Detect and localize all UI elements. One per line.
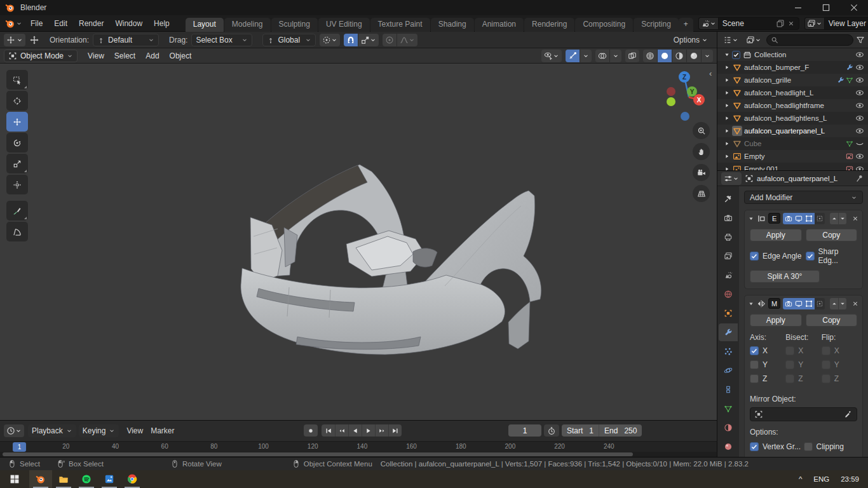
properties-tab-object[interactable] <box>719 304 738 322</box>
properties-tab-world[interactable] <box>719 285 738 303</box>
display-realtime-toggle[interactable] <box>794 298 804 309</box>
checkbox[interactable] <box>822 374 831 383</box>
taskbar-chrome-button[interactable] <box>121 470 144 488</box>
tool-rotate[interactable] <box>6 133 28 152</box>
properties-tab-output[interactable] <box>719 228 738 246</box>
tab-compositing[interactable]: Compositing <box>575 18 633 32</box>
checkbox[interactable] <box>750 442 759 451</box>
display-render-toggle[interactable] <box>783 298 793 309</box>
expand-icon[interactable] <box>748 215 754 222</box>
shading-dropdown[interactable] <box>701 50 713 62</box>
shading-solid-button[interactable] <box>657 50 672 62</box>
visibility-dropdown[interactable] <box>541 50 562 62</box>
close-button[interactable] <box>840 0 868 15</box>
axis-toggle-flip-z[interactable]: Z <box>822 374 857 383</box>
checkbox[interactable] <box>732 51 740 59</box>
axis-toggle-axis-z[interactable]: Z <box>750 374 785 383</box>
timeline-scrollbar[interactable] <box>0 452 717 457</box>
auto-keying-button[interactable] <box>304 424 318 437</box>
start-button[interactable] <box>0 470 29 488</box>
properties-tab-particles[interactable] <box>719 342 738 360</box>
display-realtime-toggle[interactable] <box>794 213 804 224</box>
snap-toggle[interactable] <box>344 34 358 46</box>
menu-render[interactable]: Render <box>73 17 109 30</box>
filter-funnel-icon[interactable] <box>856 36 865 44</box>
modifier-name-field[interactable]: E <box>768 213 780 224</box>
axis-toggle-bisect-x[interactable]: X <box>785 346 821 355</box>
copy-button[interactable]: Copy <box>806 314 858 327</box>
checkbox[interactable] <box>750 360 759 369</box>
checkbox[interactable] <box>750 346 759 355</box>
viewport-menu-select[interactable]: Select <box>109 50 140 62</box>
taskbar-blender-button[interactable] <box>29 470 52 488</box>
visibility-icon[interactable] <box>855 165 864 170</box>
tab-layout[interactable]: Layout <box>186 18 224 32</box>
tab-uv-editing[interactable]: UV Editing <box>318 18 370 32</box>
view-layer-browse-button[interactable] <box>804 17 824 30</box>
play-button[interactable] <box>362 424 375 437</box>
visibility-icon[interactable] <box>855 63 864 72</box>
mirror-object-field[interactable] <box>750 407 857 421</box>
tool-transform[interactable] <box>6 175 28 194</box>
nav-camera-button[interactable] <box>693 164 710 181</box>
language-indicator[interactable]: ENG <box>813 475 829 483</box>
properties-tab-modifiers[interactable] <box>719 323 738 341</box>
display-cage-toggle[interactable] <box>815 298 825 309</box>
orientation-dropdown[interactable]: Default <box>93 34 159 46</box>
clock[interactable]: 23:59 <box>841 475 859 483</box>
checkbox[interactable] <box>822 346 831 355</box>
scrollbar-thumb[interactable] <box>3 452 633 456</box>
tool-measure[interactable] <box>6 222 28 241</box>
move-down-button[interactable] <box>838 298 846 309</box>
checkbox[interactable] <box>750 252 759 261</box>
tool-select-box[interactable] <box>6 70 28 90</box>
transform-orientation-dropdown[interactable]: Global <box>262 34 316 46</box>
taskbar-photos-button[interactable] <box>98 470 121 488</box>
timeline-playback-dropdown[interactable]: Playback <box>28 424 76 437</box>
current-frame-indicator[interactable]: 1 <box>13 442 26 452</box>
axis-toggle-flip-y[interactable]: Y <box>822 360 857 369</box>
properties-tab-object-data[interactable] <box>719 400 738 417</box>
display-editmode-toggle[interactable] <box>804 213 814 224</box>
new-scene-icon[interactable] <box>776 19 785 28</box>
move-up-button[interactable] <box>830 298 838 309</box>
nav-pan-button[interactable] <box>693 143 710 160</box>
option-sharp-edg-[interactable]: Sharp Edg... <box>806 247 858 265</box>
outliner-row-aufalcon-headlightlens-l[interactable]: aufalcon_headlightlens_L <box>717 112 868 125</box>
pin-icon[interactable] <box>855 174 864 183</box>
overlays-dropdown[interactable] <box>609 50 621 62</box>
jump-end-button[interactable] <box>388 424 402 437</box>
tab-scripting[interactable]: Scripting <box>634 18 679 32</box>
modifier-name-field[interactable]: M <box>768 298 780 309</box>
axis-toggle-axis-x[interactable]: X <box>750 346 785 355</box>
checkbox[interactable] <box>806 252 815 261</box>
current-frame-field[interactable]: 1 <box>508 424 541 437</box>
tab-sculpting[interactable]: Sculpting <box>271 18 318 32</box>
display-render-toggle[interactable] <box>783 213 793 224</box>
outliner-row-aufalcon-headlightframe[interactable]: aufalcon_headlightframe <box>717 99 868 112</box>
checkbox[interactable] <box>785 360 794 369</box>
outliner-row-empty[interactable]: Empty <box>717 150 868 163</box>
move-down-button[interactable] <box>838 213 846 224</box>
view-layer-name-field[interactable]: View Layer <box>824 17 868 30</box>
taskbar-spotify-button[interactable] <box>75 470 98 488</box>
axis-toggle-bisect-z[interactable]: Z <box>785 374 821 383</box>
modifier-header[interactable]: M <box>745 295 862 311</box>
visibility-icon[interactable] <box>855 88 864 97</box>
taskbar-explorer-button[interactable] <box>52 470 75 488</box>
properties-editor-type-dropdown[interactable] <box>721 172 742 185</box>
active-tool-dropdown[interactable] <box>4 34 25 46</box>
menu-help[interactable]: Help <box>148 17 175 30</box>
outliner-filter-id-dropdown[interactable] <box>743 34 764 46</box>
modifier-header[interactable]: E <box>745 210 862 226</box>
remove-modifier-icon[interactable] <box>851 300 859 308</box>
outliner-row-aufalcon-grille[interactable]: aufalcon_grille <box>717 74 868 86</box>
outliner-row-empty-001[interactable]: Empty.001 <box>717 163 868 170</box>
properties-tab-texture[interactable] <box>719 438 738 456</box>
menu-window[interactable]: Window <box>109 17 148 30</box>
maximize-button[interactable] <box>812 0 840 15</box>
mode-dropdown[interactable]: Object Mode <box>4 50 78 62</box>
visibility-icon[interactable] <box>855 152 864 161</box>
tab-shading[interactable]: Shading <box>431 18 474 32</box>
3d-viewport[interactable]: Z Y X ‹ <box>0 64 717 420</box>
